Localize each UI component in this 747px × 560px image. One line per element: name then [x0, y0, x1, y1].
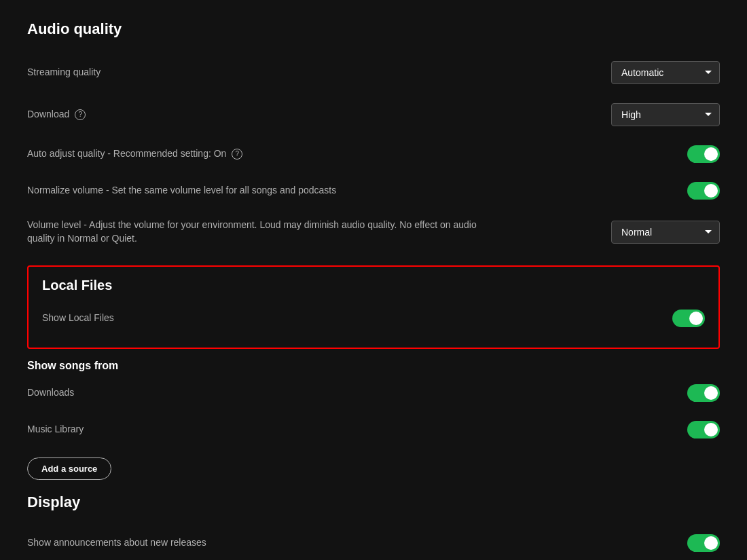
volume-level-dropdown[interactable]: Quiet Normal Loud [611, 221, 720, 244]
auto-adjust-label: Auto adjust quality - Recommended settin… [27, 147, 242, 161]
streaming-quality-label: Streaming quality [27, 66, 101, 79]
display-title: Display [27, 493, 720, 511]
local-files-section: Local Files Show Local Files [27, 265, 720, 349]
settings-page: Audio quality Streaming quality Automati… [0, 0, 747, 560]
show-local-files-toggle[interactable] [672, 310, 705, 327]
downloads-row: Downloads [27, 375, 720, 411]
download-quality-label: Download ? [27, 108, 86, 122]
download-quality-dropdown[interactable]: High Low Normal Very High [611, 103, 720, 126]
normalize-volume-slider [687, 182, 720, 200]
downloads-toggle[interactable] [687, 384, 720, 402]
download-help-icon[interactable]: ? [75, 109, 86, 120]
music-library-toggle[interactable] [687, 421, 720, 438]
download-quality-dropdown-wrapper: High Low Normal Very High [611, 103, 720, 126]
downloads-slider [687, 384, 720, 402]
volume-level-label: Volume level - Adjust the volume for you… [27, 219, 489, 245]
music-library-label: Music Library [27, 423, 84, 436]
show-local-files-label: Show Local Files [42, 312, 114, 325]
music-library-slider [687, 421, 720, 438]
streaming-quality-dropdown[interactable]: Automatic Low Normal High Very High [611, 61, 720, 84]
show-local-files-row: Show Local Files [42, 300, 705, 337]
show-announcements-slider [687, 534, 720, 552]
normalize-volume-toggle[interactable] [687, 182, 720, 200]
auto-adjust-slider [687, 145, 720, 163]
normalize-volume-row: Normalize volume - Set the same volume l… [27, 172, 720, 209]
audio-quality-section: Audio quality Streaming quality Automati… [27, 20, 720, 255]
display-section: Display Show announcements about new rel… [27, 493, 720, 560]
add-source-button[interactable]: Add a source [27, 458, 111, 480]
show-announcements-row: Show announcements about new releases [27, 525, 720, 560]
download-quality-row: Download ? High Low Normal Very High [27, 94, 720, 136]
audio-quality-title: Audio quality [27, 20, 720, 38]
volume-level-dropdown-wrapper: Quiet Normal Loud [611, 221, 720, 244]
downloads-label: Downloads [27, 386, 74, 400]
auto-adjust-help-icon[interactable]: ? [232, 149, 242, 160]
streaming-quality-row: Streaming quality Automatic Low Normal H… [27, 52, 720, 94]
show-songs-from-section: Show songs from Downloads Music Library … [27, 360, 720, 493]
auto-adjust-row: Auto adjust quality - Recommended settin… [27, 136, 720, 172]
show-local-files-slider [672, 310, 705, 327]
auto-adjust-toggle[interactable] [687, 145, 720, 163]
volume-level-row: Volume level - Adjust the volume for you… [27, 209, 720, 255]
normalize-volume-label: Normalize volume - Set the same volume l… [27, 184, 336, 198]
local-files-title: Local Files [42, 278, 705, 293]
music-library-row: Music Library [27, 411, 720, 448]
show-announcements-label: Show announcements about new releases [27, 536, 206, 550]
streaming-quality-dropdown-wrapper: Automatic Low Normal High Very High [611, 61, 720, 84]
show-songs-from-title: Show songs from [27, 360, 720, 372]
show-announcements-toggle[interactable] [687, 534, 720, 552]
